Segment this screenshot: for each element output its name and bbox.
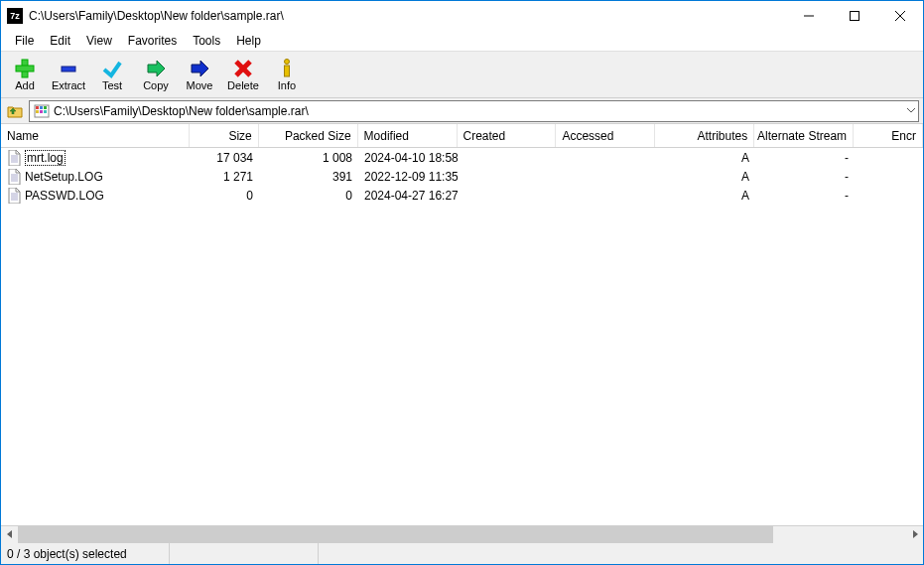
info-button[interactable]: Info xyxy=(265,53,309,96)
file-name: mrt.log xyxy=(25,150,66,166)
file-altstream: - xyxy=(755,170,855,184)
file-list[interactable]: mrt.log17 0341 0082024-04-10 18:58A-NetS… xyxy=(1,148,923,525)
copy-button[interactable]: Copy xyxy=(134,53,178,96)
scroll-right-button[interactable] xyxy=(906,526,923,543)
test-icon xyxy=(100,58,124,79)
minimize-button[interactable] xyxy=(786,1,832,31)
col-size[interactable]: Size xyxy=(190,124,259,147)
file-icon xyxy=(7,150,21,166)
file-name: PASSWD.LOG xyxy=(25,189,104,203)
delete-button[interactable]: Delete xyxy=(221,53,265,96)
svg-rect-5 xyxy=(16,66,34,71)
extract-button[interactable]: Extract xyxy=(47,53,90,96)
maximize-button[interactable] xyxy=(832,1,877,31)
window-controls xyxy=(786,1,923,31)
scroll-left-button[interactable] xyxy=(1,526,18,543)
menu-file[interactable]: File xyxy=(7,32,42,50)
add-button[interactable]: Add xyxy=(3,53,47,96)
svg-rect-19 xyxy=(44,110,47,113)
delete-icon xyxy=(231,58,255,79)
folder-up-icon xyxy=(7,103,23,119)
up-button[interactable] xyxy=(5,101,25,121)
triangle-left-icon xyxy=(6,530,14,538)
menu-help[interactable]: Help xyxy=(228,32,269,50)
svg-rect-14 xyxy=(36,106,39,109)
file-row[interactable]: PASSWD.LOG002024-04-27 16:27A- xyxy=(1,186,923,205)
svg-rect-15 xyxy=(40,106,43,109)
status-cell-3 xyxy=(319,543,923,564)
app-icon: 7z xyxy=(7,8,23,24)
copy-icon xyxy=(144,58,168,79)
file-attributes: A xyxy=(656,170,755,184)
info-icon xyxy=(275,58,299,79)
svg-rect-1 xyxy=(851,12,859,21)
chevron-down-icon xyxy=(906,105,916,115)
file-modified: 2022-12-09 11:35 xyxy=(358,170,458,184)
file-packed: 0 xyxy=(259,189,358,203)
horizontal-scrollbar[interactable] xyxy=(1,525,923,542)
path-dropdown-button[interactable] xyxy=(906,104,916,118)
minimize-icon xyxy=(804,11,814,21)
statusbar: 0 / 3 object(s) selected xyxy=(1,542,923,564)
path-input[interactable]: C:\Users\Family\Desktop\New folder\sampl… xyxy=(29,100,919,122)
file-modified: 2024-04-27 16:27 xyxy=(358,189,458,203)
move-icon xyxy=(188,58,211,79)
scroll-track[interactable] xyxy=(18,526,906,543)
file-packed: 391 xyxy=(259,170,358,184)
col-modified[interactable]: Modified xyxy=(358,124,458,147)
archive-icon xyxy=(34,103,50,119)
test-label: Test xyxy=(102,79,122,91)
svg-rect-17 xyxy=(36,110,39,113)
col-accessed[interactable]: Accessed xyxy=(556,124,655,147)
menu-view[interactable]: View xyxy=(78,32,120,50)
col-created[interactable]: Created xyxy=(458,124,557,147)
file-row[interactable]: mrt.log17 0341 0082024-04-10 18:58A- xyxy=(1,148,923,167)
col-packed[interactable]: Packed Size xyxy=(259,124,358,147)
maximize-icon xyxy=(850,11,859,21)
add-icon xyxy=(13,58,37,79)
file-packed: 1 008 xyxy=(259,151,358,165)
path-text: C:\Users\Family\Desktop\New folder\sampl… xyxy=(54,104,309,118)
extract-icon xyxy=(57,58,80,79)
status-selection: 0 / 3 object(s) selected xyxy=(1,543,170,564)
move-label: Move xyxy=(187,79,213,91)
info-label: Info xyxy=(278,79,296,91)
svg-marker-33 xyxy=(913,530,918,538)
extract-label: Extract xyxy=(52,79,85,91)
file-modified: 2024-04-10 18:58 xyxy=(358,151,458,165)
menu-edit[interactable]: Edit xyxy=(42,32,78,50)
svg-point-11 xyxy=(285,60,290,65)
col-attributes[interactable]: Attributes xyxy=(655,124,754,147)
svg-rect-12 xyxy=(285,66,290,76)
copy-label: Copy xyxy=(143,79,169,91)
menubar: File Edit View Favorites Tools Help xyxy=(1,31,923,51)
file-size: 0 xyxy=(190,189,259,203)
status-cell-2 xyxy=(170,543,319,564)
file-row[interactable]: NetSetup.LOG1 2713912022-12-09 11:35A- xyxy=(1,167,923,186)
menu-favorites[interactable]: Favorites xyxy=(120,32,185,50)
file-icon xyxy=(7,169,21,185)
file-name: NetSetup.LOG xyxy=(25,170,103,184)
window-title: C:\Users\Family\Desktop\New folder\sampl… xyxy=(29,9,284,23)
scroll-thumb[interactable] xyxy=(18,526,773,543)
col-encrypted[interactable]: Encr xyxy=(854,124,923,147)
triangle-right-icon xyxy=(911,530,919,538)
file-altstream: - xyxy=(755,151,855,165)
close-icon xyxy=(895,11,905,21)
file-size: 1 271 xyxy=(190,170,259,184)
svg-marker-7 xyxy=(148,61,165,76)
col-altstream[interactable]: Alternate Stream xyxy=(754,124,854,147)
app-window: 7z C:\Users\Family\Desktop\New folder\sa… xyxy=(0,0,924,565)
add-label: Add xyxy=(15,79,35,91)
delete-label: Delete xyxy=(227,79,259,91)
file-icon xyxy=(7,188,21,204)
menu-tools[interactable]: Tools xyxy=(185,32,228,50)
move-button[interactable]: Move xyxy=(178,53,221,96)
column-headers: Name Size Packed Size Modified Created A… xyxy=(1,124,923,148)
file-attributes: A xyxy=(656,189,755,203)
pathbar: C:\Users\Family\Desktop\New folder\sampl… xyxy=(1,98,923,124)
test-button[interactable]: Test xyxy=(90,53,134,96)
col-name[interactable]: Name xyxy=(1,124,190,147)
close-button[interactable] xyxy=(877,1,923,31)
file-attributes: A xyxy=(656,151,755,165)
